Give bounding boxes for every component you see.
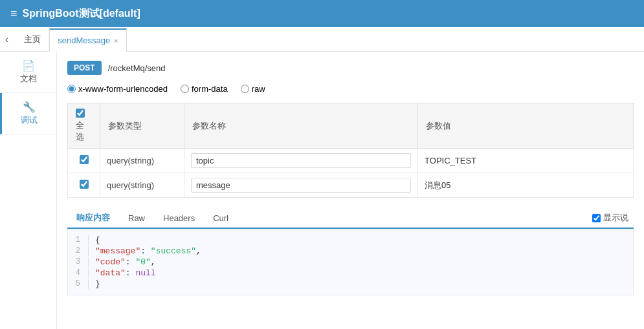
resp-tab-raw[interactable]: Raw bbox=[119, 209, 154, 227]
radio-urlencoded[interactable]: x-www-form-urlencoded bbox=[67, 84, 168, 94]
json-line: 1{ bbox=[68, 235, 633, 246]
row-value-input-0[interactable] bbox=[425, 156, 627, 165]
docs-icon: 📄 bbox=[0, 59, 56, 72]
row-checkbox-cell bbox=[68, 173, 100, 198]
row-name-input-1[interactable] bbox=[191, 178, 411, 193]
tab-send-message[interactable]: sendMessage × bbox=[49, 28, 126, 52]
debug-icon: 🔧 bbox=[2, 101, 56, 113]
name-header: 参数名称 bbox=[184, 103, 418, 149]
api-row: POST /rocketMq/send bbox=[67, 61, 634, 75]
json-content: 1{2 "message": "success",3 "code": "0",4… bbox=[67, 229, 634, 295]
sidebar-item-debug-label: 调试 bbox=[21, 115, 38, 125]
row-value-cell-1[interactable] bbox=[418, 173, 634, 198]
resp-tab-content[interactable]: 响应内容 bbox=[67, 208, 119, 229]
select-all-checkbox[interactable] bbox=[76, 109, 85, 118]
radio-form-data-label: form-data bbox=[192, 84, 228, 94]
radio-raw-label: raw bbox=[252, 84, 265, 94]
value-header: 参数值 bbox=[418, 103, 634, 149]
content-type-selector: x-www-form-urlencoded form-data raw bbox=[67, 84, 634, 94]
select-all-header: 全选 bbox=[68, 103, 100, 149]
tab-close-button[interactable]: × bbox=[114, 37, 118, 45]
sidebar-item-debug[interactable]: 🔧 调试 bbox=[0, 93, 56, 134]
row-value-cell-0[interactable] bbox=[418, 149, 634, 173]
resp-tab-curl[interactable]: Curl bbox=[204, 209, 238, 227]
app-title: SpringBoot测试[default] bbox=[23, 7, 140, 21]
row-checkbox-cell bbox=[68, 149, 100, 173]
sidebar-item-docs[interactable]: 📄 文档 bbox=[0, 52, 56, 93]
response-section: 响应内容 Raw Headers Curl 显示说 1{2 "message":… bbox=[67, 208, 634, 295]
row-checkbox-1[interactable] bbox=[80, 180, 89, 189]
radio-urlencoded-label: x-www-form-urlencoded bbox=[78, 84, 168, 94]
header: ≡ SpringBoot测试[default] bbox=[0, 0, 644, 27]
row-value-input-1[interactable] bbox=[425, 180, 627, 190]
radio-raw[interactable]: raw bbox=[241, 84, 265, 94]
sidebar: 📄 文档 🔧 调试 bbox=[0, 52, 57, 329]
json-line: 3 "code": "0", bbox=[68, 257, 633, 268]
table-row: query(string) bbox=[68, 173, 634, 198]
api-url: /rocketMq/send bbox=[108, 63, 166, 73]
type-header: 参数类型 bbox=[100, 103, 184, 149]
content-area: POST /rocketMq/send x-www-form-urlencode… bbox=[57, 52, 644, 329]
tab-home[interactable]: 主页 bbox=[16, 27, 49, 52]
radio-form-data[interactable]: form-data bbox=[181, 84, 228, 94]
show-checkbox[interactable] bbox=[592, 214, 601, 222]
method-badge: POST bbox=[67, 61, 102, 75]
table-row: query(string) bbox=[68, 149, 634, 173]
row-name-cell-0[interactable] bbox=[184, 149, 418, 173]
json-line: 5} bbox=[68, 279, 633, 290]
show-display: 显示说 bbox=[592, 212, 634, 224]
row-type-1: query(string) bbox=[100, 173, 184, 198]
json-line: 4 "data": null bbox=[68, 268, 633, 279]
json-line: 2 "message": "success", bbox=[68, 246, 633, 257]
row-name-cell-1[interactable] bbox=[184, 173, 418, 198]
back-button[interactable]: ‹ bbox=[5, 34, 8, 45]
row-checkbox-0[interactable] bbox=[80, 155, 89, 164]
sidebar-item-docs-label: 文档 bbox=[20, 74, 37, 83]
show-label: 显示说 bbox=[603, 212, 628, 224]
response-tabs: 响应内容 Raw Headers Curl 显示说 bbox=[67, 208, 634, 229]
main-layout: 📄 文档 🔧 调试 POST /rocketMq/send x-www-form… bbox=[0, 52, 644, 329]
menu-icon: ≡ bbox=[10, 7, 17, 21]
resp-tab-headers[interactable]: Headers bbox=[154, 209, 204, 227]
row-name-input-0[interactable] bbox=[191, 153, 411, 168]
params-table: 全选 参数类型 参数名称 参数值 query(string) query(str… bbox=[67, 103, 634, 198]
row-type-0: query(string) bbox=[100, 149, 184, 173]
tab-bar: ‹ 主页 sendMessage × bbox=[0, 27, 644, 52]
